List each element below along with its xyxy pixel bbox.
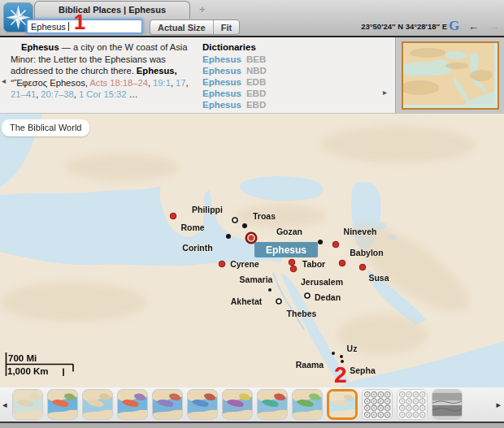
- fit-button[interactable]: Fit: [213, 20, 239, 34]
- dictionary-entry[interactable]: EphesusBEB: [202, 54, 377, 66]
- description-text: Ephesus: [21, 42, 59, 52]
- main-map[interactable]: PhilippiTroasRomeGozanCorinthNinevehBaby…: [0, 114, 504, 387]
- map-thumbnail-5[interactable]: [152, 389, 183, 420]
- dictionary-source-tag: BEB: [246, 54, 266, 64]
- city-label[interactable]: Thebes: [287, 309, 317, 318]
- dictionaries-panel: Dictionaries EphesusBEBEphesusNBDEphesus…: [202, 42, 377, 111]
- scripture-reference-link[interactable]: Acts 18:18–24: [89, 78, 148, 88]
- city-label[interactable]: Sepha: [350, 365, 376, 375]
- dictionary-source-tag: NBD: [246, 66, 267, 76]
- city-marker-dot-sm[interactable]: [332, 352, 335, 355]
- dictionary-entry[interactable]: EphesusNBD: [202, 66, 377, 77]
- city-label[interactable]: Babylon: [350, 248, 383, 257]
- description-text: ʺἜφεσος Ephesos,: [11, 78, 89, 88]
- dictionary-headword-link[interactable]: Ephesus: [202, 89, 241, 98]
- dictionary-entry[interactable]: EphesusEBD: [202, 100, 377, 111]
- city-label[interactable]: Gozan: [276, 227, 302, 236]
- scripture-reference-link[interactable]: 20:7–38: [41, 89, 73, 99]
- city-marker-black[interactable]: [318, 240, 323, 244]
- city-marker-open[interactable]: [276, 299, 281, 304]
- city-label[interactable]: Rome: [180, 223, 204, 232]
- city-label[interactable]: Jerusalem: [301, 277, 343, 287]
- city-label[interactable]: Susa: [368, 273, 389, 283]
- map-thumbnail-4[interactable]: [117, 389, 148, 420]
- selected-place-label[interactable]: Ephesus: [254, 242, 318, 257]
- map-thumbnail-7[interactable]: [222, 389, 253, 420]
- selected-place-text: Ephesus: [266, 244, 306, 256]
- city-label[interactable]: Samaria: [240, 275, 273, 284]
- city-label[interactable]: Tabor: [302, 259, 325, 269]
- map-thumbnail-13[interactable]: [432, 389, 463, 420]
- map-thumbnail-10-selected[interactable]: [327, 389, 358, 420]
- dictionaries-title: Dictionaries: [202, 42, 377, 52]
- dictionary-headword-link[interactable]: Ephesus: [202, 100, 241, 110]
- overview-map-thumbnail[interactable]: [402, 41, 499, 110]
- zoom-segmented-control: Actual Size Fit: [150, 19, 240, 35]
- city-label[interactable]: Corinth: [182, 243, 212, 253]
- map-thumbnail-3[interactable]: [82, 389, 113, 420]
- city-label[interactable]: Cyrene: [230, 259, 259, 269]
- dictionary-headword-link[interactable]: Ephesus: [202, 54, 241, 64]
- city-label[interactable]: Philippi: [192, 205, 223, 214]
- city-marker-red[interactable]: [359, 264, 366, 270]
- city-marker-open[interactable]: [305, 293, 310, 298]
- forward-arrow-icon[interactable]: →: [489, 20, 499, 32]
- scale-km: 1,000 Km: [7, 366, 49, 376]
- city-marker-black[interactable]: [242, 223, 247, 228]
- map-filmstrip: ◂ ▸: [0, 387, 504, 422]
- dictionary-headword-link[interactable]: Ephesus: [202, 66, 241, 76]
- map-thumbnail-9[interactable]: [292, 389, 323, 420]
- city-marker-red[interactable]: [290, 266, 297, 272]
- city-label[interactable]: Uz: [347, 344, 358, 353]
- city-label[interactable]: Akhetat: [231, 296, 263, 306]
- city-marker-black[interactable]: [226, 234, 231, 239]
- city-marker-dot-sm[interactable]: [268, 288, 272, 292]
- city-marker-red[interactable]: [332, 241, 339, 248]
- description-text: …: [126, 89, 137, 99]
- description-text: Ephesus,: [137, 66, 177, 76]
- city-marker-dot-sm[interactable]: [340, 355, 343, 358]
- back-arrow-icon[interactable]: ←: [468, 20, 479, 32]
- map-thumbnail-1[interactable]: [12, 389, 43, 420]
- thumbnail-strip: [12, 389, 463, 420]
- city-label[interactable]: Raama: [296, 360, 324, 370]
- dictionary-list: EphesusBEBEphesusNBDEphesusEDBEphesusEBD…: [202, 54, 377, 111]
- scale-miles: 700 Mi: [8, 353, 37, 363]
- city-label[interactable]: Nineveh: [344, 227, 377, 236]
- dictionary-entry[interactable]: EphesusEDB: [202, 77, 377, 89]
- biblical-places-window: Biblical Places | Ephesus + Actual Size …: [0, 0, 504, 428]
- city-marker-red[interactable]: [339, 260, 345, 266]
- city-marker-red[interactable]: [170, 213, 176, 219]
- dictionary-source-tag: EDB: [246, 77, 266, 87]
- scroll-left-icon[interactable]: ◂: [2, 76, 6, 85]
- filmstrip-left-icon[interactable]: ◂: [2, 400, 7, 410]
- text-cursor: [68, 22, 69, 31]
- google-earth-icon[interactable]: G: [449, 18, 459, 34]
- filmstrip-right-icon[interactable]: ▸: [496, 400, 501, 410]
- city-label[interactable]: Dedan: [315, 292, 341, 302]
- map-thumbnail-8[interactable]: [257, 389, 288, 420]
- scripture-reference-link[interactable]: 1 Cor 15:32: [79, 89, 126, 99]
- map-thumbnail-12[interactable]: [397, 389, 428, 420]
- scripture-reference-link[interactable]: 21–41: [11, 89, 36, 99]
- actual-size-button[interactable]: Actual Size: [150, 20, 213, 34]
- dictionary-entry[interactable]: EphesusEBD: [202, 89, 377, 100]
- dictionary-source-tag: EBD: [246, 89, 266, 98]
- bottom-edge: [0, 422, 504, 428]
- map-thumbnail-11[interactable]: [362, 389, 393, 420]
- dictionary-headword-link[interactable]: Ephesus: [202, 77, 241, 87]
- city-marker-red[interactable]: [289, 259, 295, 266]
- map-thumbnail-6[interactable]: [187, 389, 218, 420]
- scripture-reference-link[interactable]: 17: [176, 78, 185, 88]
- scripture-reference-link[interactable]: 19:1: [153, 78, 171, 88]
- info-panel: ◂ Ephesus — a city on the W coast of Asi…: [0, 37, 504, 114]
- city-marker-open[interactable]: [232, 218, 237, 223]
- new-tab-button[interactable]: +: [199, 3, 206, 15]
- scroll-right-icon[interactable]: ▸: [383, 88, 387, 97]
- overview-panel: [395, 37, 504, 113]
- city-marker-red[interactable]: [219, 261, 225, 267]
- city-label[interactable]: Troas: [253, 211, 276, 221]
- tab-biblical-places[interactable]: Biblical Places | Ephesus: [34, 1, 190, 19]
- annotation-step-2: 2: [334, 362, 347, 388]
- map-thumbnail-2[interactable]: [47, 389, 78, 420]
